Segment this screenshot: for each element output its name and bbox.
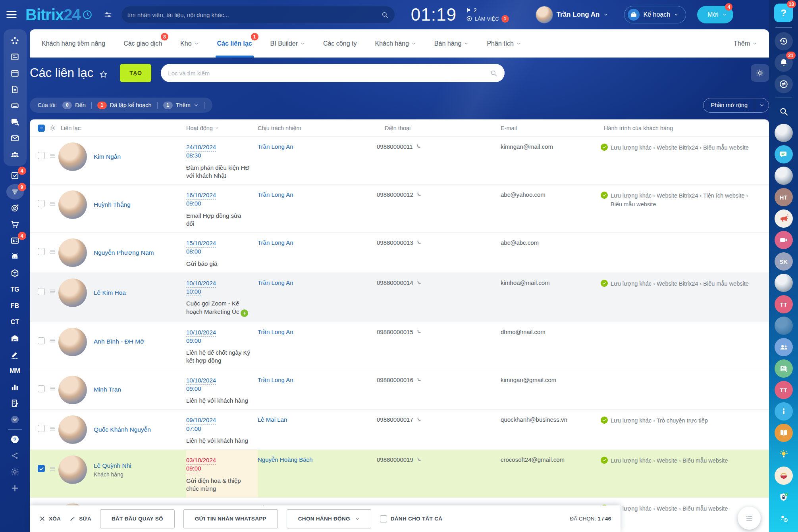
work-status[interactable]: 2 LÀM VIỆC 1: [466, 7, 509, 23]
rail-divider[interactable]: [775, 98, 792, 98]
contact-name-link[interactable]: Lê Kim Hoa: [94, 289, 126, 297]
send-whatsapp-button[interactable]: GỬI TIN NHẮN WHATSAPP: [183, 509, 278, 528]
counter-chip[interactable]: 0 Đến: [62, 102, 86, 109]
row-checkbox[interactable]: [38, 200, 45, 207]
ct-item[interactable]: CT: [6, 314, 25, 330]
activity-date-link[interactable]: 24/10/2024: [186, 143, 216, 152]
start-dialing-button[interactable]: BẮT ĐẦU QUAY SỐ: [100, 509, 175, 528]
Nguyễn Phương Nam[interactable]: Nguyễn Phương Nam 15/10/2024 08:00 Gửi b…: [30, 233, 769, 273]
activity-date-link[interactable]: 10/10/2024: [186, 376, 216, 385]
global-search[interactable]: [121, 6, 395, 23]
nav-item[interactable]: Bán hàng: [434, 29, 469, 58]
nav-item[interactable]: Phân tích: [487, 29, 521, 58]
idea-icon[interactable]: [775, 445, 793, 463]
drive-icon[interactable]: [6, 98, 25, 114]
more-icon[interactable]: [6, 411, 25, 428]
marketing-app-icon[interactable]: [775, 209, 793, 228]
help-icon[interactable]: ?: [6, 431, 25, 447]
apply-to-all-checkbox[interactable]: DÀNH CHO TẤT CẢ: [380, 515, 443, 522]
row-checkbox[interactable]: [38, 337, 45, 344]
responsible-link[interactable]: Trần Long An: [258, 142, 377, 150]
phone-cell[interactable]: 09880000016: [377, 376, 501, 383]
select-all-checkbox[interactable]: [38, 125, 45, 132]
phone-icon[interactable]: [416, 280, 422, 286]
crm-icon[interactable]: 9: [6, 184, 25, 200]
book-club-icon[interactable]: [775, 424, 793, 442]
favorite-star-icon[interactable]: [99, 70, 108, 79]
history-icon[interactable]: [775, 32, 793, 50]
contact-name-link[interactable]: Lê Quỳnh Nhi: [94, 462, 131, 470]
create-button[interactable]: TẠO: [120, 64, 151, 82]
add-icon[interactable]: [6, 480, 25, 496]
phone-cell[interactable]: 09880000014: [377, 278, 501, 286]
group-chat-icon[interactable]: [775, 338, 793, 356]
drag-handle-icon[interactable]: [49, 201, 56, 207]
drag-handle-icon[interactable]: [49, 466, 56, 472]
add-activity-icon[interactable]: [241, 309, 248, 317]
drag-handle-icon[interactable]: [49, 249, 56, 255]
search-icon[interactable]: [490, 69, 497, 77]
counter-chip[interactable]: 1 Thêm: [163, 102, 199, 109]
nav-item[interactable]: Khách hàng: [375, 29, 416, 58]
contact-name-link[interactable]: Kim Ngân: [94, 153, 121, 161]
row-checkbox[interactable]: [38, 465, 45, 472]
activity-date-link[interactable]: 09/10/2024: [186, 416, 216, 424]
nav-item[interactable]: Các công ty: [323, 29, 357, 58]
chat-avatar[interactable]: [775, 167, 793, 185]
drag-handle-icon[interactable]: [49, 153, 56, 159]
row-checkbox[interactable]: [38, 385, 45, 392]
phone-icon[interactable]: [416, 457, 422, 463]
drag-handle-icon[interactable]: [49, 338, 56, 344]
phone-cell[interactable]: 09880000012: [377, 190, 501, 198]
collab-icon[interactable]: [6, 33, 25, 49]
automation-icon[interactable]: [6, 200, 25, 216]
responsible-link[interactable]: Trần Long An: [258, 238, 377, 246]
gear-icon[interactable]: [49, 125, 56, 131]
contact-name-link[interactable]: Anh Bình - ĐH Mở: [94, 338, 144, 346]
phone-icon[interactable]: [416, 377, 422, 383]
plan-button[interactable]: Kế hoạch: [624, 6, 686, 23]
Anh Bình - ĐH Mở[interactable]: Anh Bình - ĐH Mở 10/10/2024 09:00 Liên h…: [30, 322, 769, 370]
forms-icon[interactable]: [6, 395, 25, 411]
invite-button[interactable]: Mời 4: [697, 6, 733, 23]
choose-action-dropdown[interactable]: CHỌN HÀNH ĐỘNG: [287, 509, 371, 528]
bitrix24-logo[interactable]: Bitrix24: [25, 6, 93, 24]
activity-time-link[interactable]: 08:30: [186, 152, 201, 160]
drag-handle-icon[interactable]: [49, 386, 56, 392]
Minh Tran[interactable]: Minh Tran 10/10/2024 09:00 Liên hệ với k…: [30, 370, 769, 410]
global-search-input[interactable]: [127, 12, 381, 18]
Lê Quỳnh Nhi[interactable]: Lê Quỳnh Nhi Khách hàng 03/10/2024 09:00…: [30, 450, 769, 498]
activity-date-link[interactable]: 03/10/2024: [186, 456, 216, 465]
email-cell[interactable]: abc@abc.com: [501, 238, 601, 246]
phone-icon[interactable]: [416, 192, 422, 198]
contact-name-link[interactable]: Minh Tran: [94, 386, 121, 394]
phone-icon[interactable]: [416, 240, 422, 246]
responsible-link[interactable]: Trần Long An: [258, 278, 377, 286]
info-chat-icon[interactable]: [775, 402, 793, 421]
video-call-icon[interactable]: [775, 231, 793, 249]
nav-item[interactable]: BI Builder: [270, 29, 305, 58]
tasks-icon[interactable]: 4: [6, 167, 25, 184]
chat-icon[interactable]: [6, 114, 25, 130]
email-cell[interactable]: abc@yahoo.com: [501, 190, 601, 198]
dialogs-icon[interactable]: [775, 75, 793, 93]
activity-time-link[interactable]: 07:00: [186, 425, 201, 433]
phone-cell[interactable]: 09880000019: [377, 455, 501, 463]
esign-icon[interactable]: [6, 346, 25, 363]
row-checkbox[interactable]: [38, 248, 45, 255]
edit-button[interactable]: SỬA: [69, 516, 91, 522]
nav-item[interactable]: Thêm: [734, 29, 757, 58]
warehouse-icon[interactable]: [6, 330, 25, 346]
news-chat-icon[interactable]: [775, 359, 793, 378]
sliders-icon[interactable]: [104, 10, 112, 19]
email-cell[interactable]: quockhanh@business.vn: [501, 415, 601, 423]
row-checkbox[interactable]: [38, 288, 45, 295]
notifications-icon[interactable]: 21: [775, 54, 793, 72]
Kim Ngân[interactable]: Kim Ngân 24/10/2024 08:30 Đàm phán điều …: [30, 137, 769, 185]
filter-search-input[interactable]: [168, 70, 490, 77]
email-cell[interactable]: crocosoft24@gmail.com: [501, 455, 601, 463]
search-icon[interactable]: [381, 11, 389, 19]
responsible-link[interactable]: Trần Long An: [258, 376, 377, 383]
chat-avatar-sk[interactable]: SK: [775, 252, 793, 271]
extension-button[interactable]: Phần mở rộng: [703, 98, 769, 113]
